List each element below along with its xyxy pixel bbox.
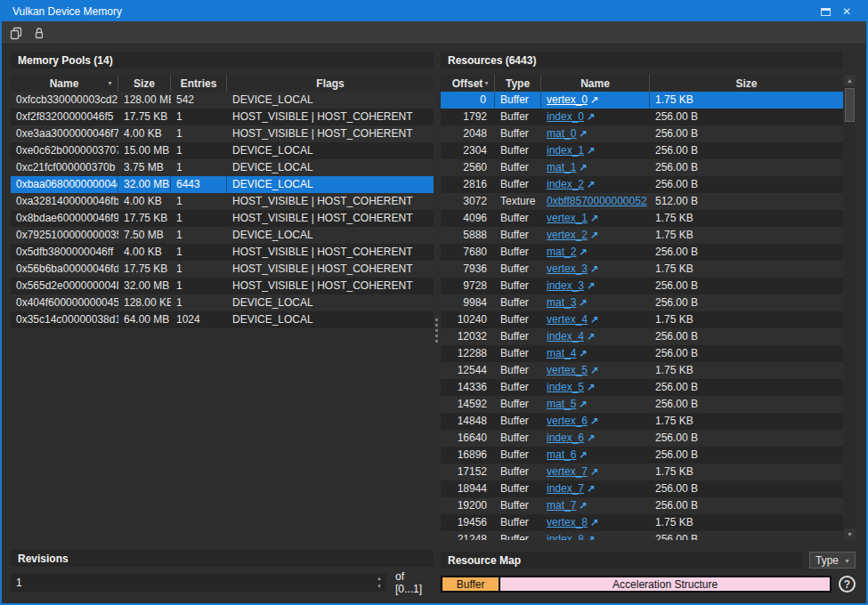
- resource-link[interactable]: mat_5: [547, 398, 576, 410]
- resource-row[interactable]: 14592 Buffer mat_5 256.00 B: [441, 396, 843, 413]
- resource-link[interactable]: index_2: [547, 178, 584, 190]
- goto-resource-icon[interactable]: [579, 125, 587, 142]
- resource-link[interactable]: vertex_8: [547, 516, 588, 528]
- memory-pool-row[interactable]: 0xbaa068000000004d 32.00 MB 6443 DEVICE_…: [11, 176, 434, 193]
- resource-link[interactable]: mat_0: [547, 127, 576, 140]
- panel-splitter[interactable]: [434, 52, 441, 592]
- resource-row[interactable]: 18944 Buffer index_7 256.00 B: [441, 480, 843, 497]
- close-button[interactable]: ✕: [836, 3, 857, 20]
- goto-resource-icon[interactable]: [587, 142, 595, 159]
- goto-resource-icon[interactable]: [590, 413, 598, 430]
- goto-resource-icon[interactable]: [587, 430, 595, 447]
- resources-scrollbar[interactable]: [844, 75, 856, 540]
- goto-resource-icon[interactable]: [579, 294, 587, 311]
- column-header-offset[interactable]: Offset: [441, 75, 495, 92]
- resource-row[interactable]: 14848 Buffer vertex_6 1.75 KB: [441, 413, 843, 430]
- resource-row[interactable]: 2304 Buffer index_1 256.00 B: [441, 142, 843, 159]
- goto-resource-icon[interactable]: [579, 159, 587, 176]
- resource-row[interactable]: 2560 Buffer mat_1 256.00 B: [441, 159, 843, 176]
- column-header-size[interactable]: Size: [118, 75, 171, 92]
- lock-button[interactable]: [29, 23, 49, 43]
- goto-resource-icon[interactable]: [587, 176, 595, 193]
- resource-map-segment[interactable]: Acceleration Structure: [500, 577, 830, 591]
- memory-pool-row[interactable]: 0x7925100000000035 7.50 MB 1 DEVICE_LOCA…: [11, 227, 434, 244]
- goto-resource-icon[interactable]: [579, 447, 587, 464]
- column-header-entries[interactable]: Entries: [171, 75, 227, 92]
- column-header-flags[interactable]: Flags: [227, 75, 434, 92]
- memory-pool-row[interactable]: 0x35c14c00000038d1 64.00 MB 1024 DEVICE_…: [11, 311, 434, 328]
- goto-resource-icon[interactable]: [579, 244, 587, 261]
- memory-pool-row[interactable]: 0xe3aa3000000046f7 4.00 KB 1 HOST_VISIBL…: [11, 125, 434, 142]
- resource-link[interactable]: vertex_6: [547, 415, 588, 427]
- goto-resource-icon[interactable]: [587, 109, 595, 125]
- spin-up-icon[interactable]: ▲: [377, 575, 382, 583]
- resource-row[interactable]: 19456 Buffer vertex_8 1.75 KB: [441, 514, 843, 531]
- goto-resource-icon[interactable]: [587, 480, 595, 497]
- memory-pool-row[interactable]: 0x404f600000000045 128.00 KB 1 DEVICE_LO…: [11, 294, 434, 311]
- resource-row[interactable]: 7680 Buffer mat_2 256.00 B: [441, 244, 843, 261]
- resource-link[interactable]: vertex_3: [547, 262, 588, 275]
- resource-link[interactable]: index_8: [547, 533, 584, 540]
- resource-row[interactable]: 3072 Texture 0xbff8570000000052 512.00 B: [441, 193, 843, 210]
- goto-resource-icon[interactable]: [579, 396, 587, 413]
- goto-resource-icon[interactable]: [590, 464, 598, 480]
- resource-link[interactable]: vertex_2: [547, 229, 588, 241]
- memory-pool-row[interactable]: 0xa3281400000046fb 4.00 KB 1 HOST_VISIBL…: [11, 193, 434, 210]
- resource-link[interactable]: index_7: [547, 482, 584, 495]
- memory-pool-row[interactable]: 0x56b6ba00000046fd 17.75 KB 1 HOST_VISIB…: [11, 261, 434, 278]
- map-grouping-dropdown[interactable]: Type: [809, 552, 856, 569]
- resource-row[interactable]: 12032 Buffer index_4 256.00 B: [441, 328, 843, 345]
- scrollbar-thumb[interactable]: [845, 88, 855, 122]
- resource-link[interactable]: index_6: [547, 432, 584, 444]
- resource-link[interactable]: index_0: [547, 110, 584, 123]
- resource-link[interactable]: index_5: [547, 381, 584, 393]
- memory-pool-row[interactable]: 0xf2f83200000046f5 17.75 KB 1 HOST_VISIB…: [11, 109, 434, 125]
- resource-link[interactable]: index_3: [547, 279, 584, 292]
- resource-row[interactable]: 12544 Buffer vertex_5 1.75 KB: [441, 362, 843, 379]
- memory-pool-row[interactable]: 0xc21fcf000000370b 3.75 MB 1 DEVICE_LOCA…: [11, 159, 434, 176]
- resource-link[interactable]: mat_1: [547, 161, 576, 173]
- revision-value[interactable]: 1: [11, 577, 372, 589]
- memory-pool-row[interactable]: 0x8bdae600000046f9 17.75 KB 1 HOST_VISIB…: [11, 210, 434, 227]
- column-header-res-name[interactable]: Name: [541, 75, 650, 92]
- spin-down-icon[interactable]: ▼: [377, 583, 382, 591]
- goto-resource-icon[interactable]: [590, 92, 598, 109]
- resource-row[interactable]: 2048 Buffer mat_0 256.00 B: [441, 125, 843, 142]
- resource-row[interactable]: 9728 Buffer index_3 256.00 B: [441, 278, 843, 294]
- goto-resource-icon[interactable]: [579, 497, 587, 514]
- resource-link[interactable]: mat_6: [547, 448, 576, 461]
- resource-link[interactable]: index_4: [547, 330, 584, 343]
- goto-resource-icon[interactable]: [590, 227, 598, 244]
- column-header-res-size[interactable]: Size: [650, 75, 843, 92]
- memory-pool-row[interactable]: 0x5dfb3800000046ff 4.00 KB 1 HOST_VISIBL…: [11, 244, 434, 261]
- resource-link[interactable]: mat_7: [547, 499, 576, 512]
- goto-resource-icon[interactable]: [590, 514, 598, 531]
- restore-button[interactable]: [815, 3, 836, 20]
- resource-row[interactable]: 5888 Buffer vertex_2 1.75 KB: [441, 227, 843, 244]
- resource-link[interactable]: mat_3: [547, 296, 576, 309]
- goto-resource-icon[interactable]: [590, 210, 598, 227]
- column-header-type[interactable]: Type: [495, 75, 541, 92]
- resource-link[interactable]: vertex_0: [547, 93, 588, 106]
- resource-row[interactable]: 16640 Buffer index_6 256.00 B: [441, 430, 843, 447]
- duplicate-window-button[interactable]: [6, 23, 26, 43]
- memory-pool-row[interactable]: 0xfccb330000003cd2 128.00 MB 542 DEVICE_…: [11, 92, 434, 109]
- resource-row[interactable]: 9984 Buffer mat_3 256.00 B: [441, 294, 843, 311]
- goto-resource-icon[interactable]: [590, 362, 598, 379]
- resource-link[interactable]: vertex_7: [547, 465, 588, 478]
- resource-row[interactable]: 14336 Buffer index_5 256.00 B: [441, 379, 843, 396]
- goto-resource-icon[interactable]: [587, 328, 595, 345]
- resource-row[interactable]: 0 Buffer vertex_0 1.75 KB: [441, 92, 843, 109]
- goto-resource-icon[interactable]: [587, 531, 595, 540]
- resource-row[interactable]: 16896 Buffer mat_6 256.00 B: [441, 447, 843, 464]
- scrollbar-track[interactable]: [844, 124, 856, 528]
- resource-link[interactable]: vertex_4: [547, 313, 588, 326]
- memory-pool-row[interactable]: 0x565d2e000000004b 32.00 MB 1 HOST_VISIB…: [11, 278, 434, 294]
- title-bar[interactable]: Vulkan Device Memory ✕: [2, 2, 866, 21]
- resource-link[interactable]: mat_2: [547, 246, 576, 258]
- goto-resource-icon[interactable]: [579, 345, 587, 362]
- resource-link[interactable]: 0xbff8570000000052: [547, 195, 647, 207]
- memory-pool-row[interactable]: 0xe0c62b0000003707 15.00 MB 1 DEVICE_LOC…: [11, 142, 434, 159]
- scroll-up-icon[interactable]: [844, 75, 856, 86]
- goto-resource-icon[interactable]: [590, 261, 598, 278]
